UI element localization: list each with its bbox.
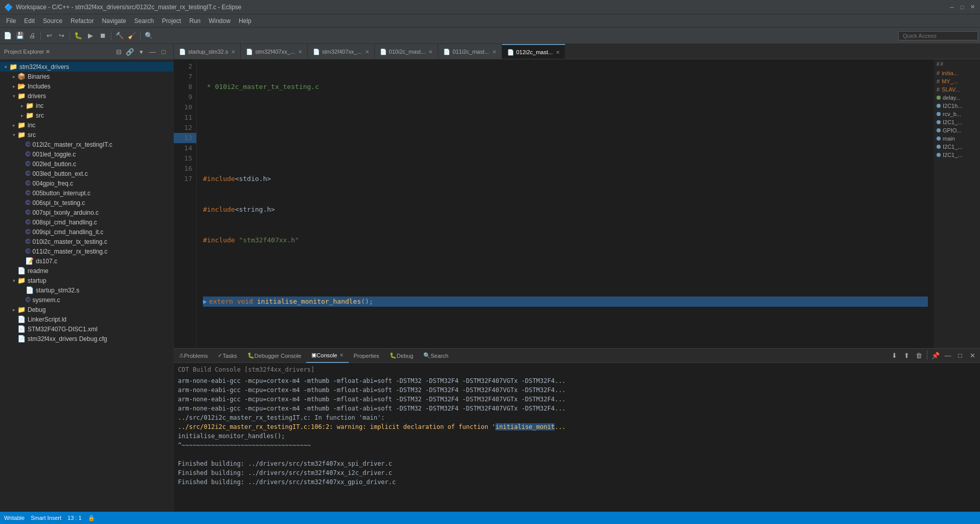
stop-button[interactable]: ⏹ [97,30,108,41]
tree-item-009spi[interactable]: © 009spi_cmd_handling_it.c [0,227,173,237]
search-toolbar-button[interactable]: 🔍 [143,30,154,41]
tree-item-linker[interactable]: 📄 LinkerScript.ld [0,314,173,324]
outline-item-i2c1h[interactable]: I2C1h... [937,102,978,110]
sidebar-collapse-button[interactable]: ⊟ [113,46,124,57]
tab-debugger-console[interactable]: 🐛 Debugger Console [242,349,307,363]
save-button[interactable]: 💾 [14,30,26,41]
undo-button[interactable]: ↩ [43,30,55,41]
minimize-button[interactable]: ─ [948,4,955,11]
tree-item-stm32disc[interactable]: 📄 STM32F407G-DISC1.xml [0,324,173,334]
console-scroll-down[interactable]: ⬇ [888,350,900,361]
tree-item-011i2c[interactable]: © 011i2c_master_rx_testing.c [0,246,173,256]
console-scroll-up[interactable]: ⬆ [901,350,912,361]
tab-properties[interactable]: Properties [349,349,384,363]
tab-close-startup[interactable]: ✕ [231,49,235,55]
tab-debug[interactable]: 🐛 Debug [384,349,418,363]
console-max[interactable]: □ [954,350,966,361]
tree-item-src-drivers[interactable]: ▸ 📁 src [0,110,173,120]
sidebar-menu-button[interactable]: ▾ [135,46,147,57]
tree-icon-012i2c: © [26,141,31,148]
tree-item-002led[interactable]: © 002led_button.c [0,159,173,169]
tab-close-stm32h1[interactable]: ✕ [298,49,302,55]
outline-item-my[interactable]: # MY_... [937,77,978,85]
tree-item-006spi[interactable]: © 006spi_tx_testing.c [0,198,173,208]
clean-button[interactable]: 🧹 [126,30,138,41]
tree-item-startup[interactable]: ▾ 📁 startup [0,276,173,285]
menu-navigate[interactable]: Navigate [98,16,130,26]
code-editor[interactable]: 2 7 8 9 10 11 12 13 14 15 16 17 * 010i2c… [174,59,934,348]
console-pin[interactable]: 📌 [930,350,941,361]
tree-item-008spi[interactable]: © 008spi_cmd_handling.c [0,217,173,227]
outline-item-rcvb[interactable]: rcv_b... [937,110,978,118]
tab-startup[interactable]: 📄 startup_stm32.s ✕ [174,44,241,59]
tree-item-005btn[interactable]: © 005button_interrupt.c [0,188,173,198]
tab-close-010i2c[interactable]: ✕ [428,49,432,55]
sidebar-max-button[interactable]: □ [158,46,169,57]
tab-tasks[interactable]: ✓ Tasks [213,349,242,363]
menu-run[interactable]: Run [185,16,204,26]
tree-item-readme[interactable]: 📄 readme [0,266,173,276]
sidebar-min-button[interactable]: — [147,46,158,57]
menu-source[interactable]: Source [39,16,66,26]
redo-button[interactable]: ↪ [56,30,67,41]
tree-item-001led[interactable]: © 001led_toggle.c [0,149,173,159]
maximize-button[interactable]: □ [959,4,966,11]
tree-item-startup-s[interactable]: 📄 startup_stm32.s [0,285,173,295]
tab-console[interactable]: ▣ Console ✕ [306,349,348,363]
tab-problems[interactable]: ⚠ Problems [174,349,213,363]
code-content[interactable]: * 010i2c_master_tx_testing.c #include<st… [197,59,934,348]
tree-item-012i2c[interactable]: © 012i2c_master_rx_testingIT.c [0,140,173,149]
tree-item-stm32[interactable]: ▾ 📁 stm32f4xx_drivers [0,62,173,72]
menu-edit[interactable]: Edit [20,16,39,26]
debug-button[interactable]: 🐛 [73,30,84,41]
tab-close-012i2c[interactable]: ✕ [556,50,560,55]
menu-search[interactable]: Search [130,16,158,26]
tab-stm32h2[interactable]: 📄 stm32f407xx_... ✕ [308,44,375,59]
tree-item-inc-drivers[interactable]: ▸ 📁 inc [0,101,173,110]
tree-item-binaries[interactable]: ▸ 📦 Binaries [0,72,173,81]
tree-item-004gpio[interactable]: © 004gpio_freq.c [0,178,173,188]
outline-item-gpio[interactable]: GPIO... [937,126,978,134]
run-button[interactable]: ▶ [85,30,96,41]
outline-item-i2c1[interactable]: I2C1_... [937,118,978,126]
tab-011i2c[interactable]: 📄 011i2c_mast... ✕ [438,44,502,59]
sidebar-link-button[interactable]: 🔗 [124,46,135,57]
tree-item-ds107[interactable]: 📝 ds107.c [0,256,173,266]
tree-item-003led[interactable]: © 003led_button_ext.c [0,169,173,178]
tab-012i2c[interactable]: 📄 012i2c_mast... ✕ [502,44,566,59]
outline-item-main[interactable]: main [937,134,978,143]
console-close[interactable]: ✕ [967,350,978,361]
outline-item-slav[interactable]: # SLAV... [937,85,978,94]
menu-file[interactable]: File [2,16,20,26]
tree-item-inc[interactable]: ▸ 📁 inc [0,120,173,130]
tree-item-007spi[interactable]: © 007spi_txonly_arduino.c [0,208,173,217]
tree-item-010i2c[interactable]: © 010i2c_master_tx_testing.c [0,237,173,246]
outline-item-i2c1c[interactable]: I2C1_... [937,151,978,159]
tab-search[interactable]: 🔍 Search [418,349,453,363]
tree-item-debug[interactable]: ▸ 📁 Debug [0,305,173,314]
console-min[interactable]: — [942,350,953,361]
new-button[interactable]: 📄 [2,30,13,41]
close-button[interactable]: ✕ [969,4,976,11]
tree-item-src[interactable]: ▾ 📁 src [0,130,173,140]
tree-item-sysmem[interactable]: © sysmem.c [0,295,173,305]
tab-stm32h1[interactable]: 📄 stm32f407xx_... ✕ [241,44,308,59]
tab-close-011i2c[interactable]: ✕ [492,49,496,55]
tree-item-drivers[interactable]: ▾ 📁 drivers [0,91,173,101]
menu-window[interactable]: Window [204,16,235,26]
tab-010i2c[interactable]: 📄 010i2c_mast... ✕ [375,44,439,59]
menu-refactor[interactable]: Refactor [66,16,98,26]
outline-item-i2c1b[interactable]: I2C1_... [937,143,978,151]
tree-item-stm32cfg[interactable]: 📄 stm32f4xx_drivers Debug.cfg [0,334,173,344]
menu-project[interactable]: Project [158,16,185,26]
console-clear[interactable]: 🗑 [913,350,924,361]
outline-item-delay[interactable]: delay... [937,94,978,102]
menu-help[interactable]: Help [235,16,256,26]
tab-close-console[interactable]: ✕ [339,352,344,358]
print-button[interactable]: 🖨 [27,30,38,41]
outline-item-initia[interactable]: # initia... [937,69,978,77]
build-button[interactable]: 🔨 [114,30,125,41]
tree-item-includes[interactable]: ▸ 📂 Includes [0,81,173,91]
quick-access-input[interactable] [898,31,978,40]
tab-close-stm32h2[interactable]: ✕ [365,49,369,55]
